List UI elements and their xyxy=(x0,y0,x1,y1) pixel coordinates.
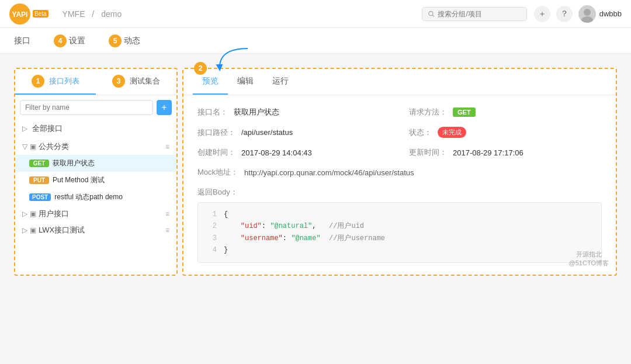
tab-api-list-label: 接口列表 xyxy=(49,77,79,85)
breadcrumb-org: YMFE xyxy=(63,9,85,19)
secondary-nav: 接口 4 设置 5 动态 xyxy=(0,28,631,54)
group-public-name: 公共分类 xyxy=(39,141,165,152)
created-row: 创建时间： 2017-08-29 14:04:43 xyxy=(197,147,390,158)
folder-open-icon: ▽ xyxy=(22,143,27,151)
search-box[interactable] xyxy=(422,7,527,21)
breadcrumb-project: demo xyxy=(101,9,122,19)
svg-point-2 xyxy=(429,11,433,15)
add-icon-button[interactable]: ＋ xyxy=(534,6,550,22)
logo-area[interactable]: YAPI Beta xyxy=(9,4,48,25)
code-comment-username: //用户username xyxy=(329,234,385,242)
annotation-2-container: 2 xyxy=(194,62,209,75)
sidebar-tabs: 1 接口列表 3 测试集合 xyxy=(15,69,176,95)
line-num-4: 4 xyxy=(203,244,217,256)
folder-icon: ▷ xyxy=(22,124,27,133)
top-navbar: YAPI Beta YMFE / demo ＋ ？ dwbbb xyxy=(0,0,631,28)
sidebar-group-lwx[interactable]: ▷ ▣ LWX接口测试 ≡ xyxy=(15,222,176,238)
sidebar-search-input[interactable] xyxy=(20,100,153,115)
tab-test-suite-label: 测试集合 xyxy=(130,77,160,85)
code-comment-uid: //用户uid xyxy=(329,222,364,230)
api-item-put-method[interactable]: PUT Put Method 测试 xyxy=(15,172,176,189)
api-name-post-restful: restful 动态path demo xyxy=(54,192,123,202)
created-value: 2017-08-29 14:04:43 xyxy=(241,148,312,157)
code-text-3: "username": "@name" //用户username xyxy=(224,233,385,244)
content-body: 接口名： 获取用户状态 请求方法： GET 接口路径： /api/user/st… xyxy=(183,95,616,275)
nav-api-label: 接口 xyxy=(14,36,30,46)
annotation-4: 4 xyxy=(54,34,67,47)
watermark: 开源指北 @51CTO博客 xyxy=(569,250,609,268)
main-layout: 1 接口列表 3 测试集合 + ▷ 全部接口 ▽ ▣ 公共 xyxy=(0,54,631,364)
status-label: 状态： xyxy=(409,127,432,138)
nav-item-settings[interactable]: 4 设置 xyxy=(51,28,88,54)
status-badge: 未完成 xyxy=(438,127,466,138)
annotation-2: 2 xyxy=(194,62,207,75)
watermark-line2: @51CTO博客 xyxy=(569,259,609,268)
folder-icon-2: ▣ xyxy=(30,143,36,151)
request-method-label: 请求方法： xyxy=(409,107,447,117)
request-method-row: 请求方法： GET xyxy=(409,107,602,117)
api-name-label: 接口名： xyxy=(197,107,228,117)
api-path-value: /api/user/status xyxy=(241,128,293,137)
svg-line-3 xyxy=(432,15,434,16)
line-num-1: 1 xyxy=(203,209,217,220)
method-get-badge: GET xyxy=(29,160,49,167)
annotation-5: 5 xyxy=(109,34,122,47)
request-method-value: GET xyxy=(453,108,476,117)
code-text-2: "uid": "@natural", //用户uid xyxy=(224,220,364,232)
tab-edit[interactable]: 编辑 xyxy=(228,69,263,95)
sidebar-all-apis[interactable]: ▷ 全部接口 xyxy=(15,120,176,137)
sidebar: 1 接口列表 3 测试集合 + ▷ 全部接口 ▽ ▣ 公共 xyxy=(14,68,178,276)
code-line-2: 2 "uid": "@natural", //用户uid xyxy=(198,220,601,232)
code-block: 1 { 2 "uid": "@natural", //用户uid 3 "user… xyxy=(197,202,602,263)
return-body-label: 返回Body： xyxy=(197,187,602,197)
group-menu-icon[interactable]: ≡ xyxy=(165,143,169,151)
code-line-4: 4 } xyxy=(198,244,601,256)
breadcrumb: YMFE / demo xyxy=(60,9,124,19)
svg-text:YAPI: YAPI xyxy=(12,10,28,18)
code-text-1: { xyxy=(224,209,228,220)
code-line-3: 3 "username": "@name" //用户username xyxy=(198,233,601,244)
content-area: 2 预览 编辑 运行 xyxy=(182,68,617,276)
method-post-badge: POST xyxy=(29,193,51,201)
folder-closed-icon-lwx: ▷ xyxy=(22,226,27,234)
all-interfaces-label: 全部接口 xyxy=(32,123,63,134)
nav-activity-label: 动态 xyxy=(124,36,140,46)
code-key-uid: "uid" xyxy=(241,222,262,230)
api-name-value: 获取用户状态 xyxy=(234,107,279,117)
updated-value: 2017-08-29 17:17:06 xyxy=(453,148,523,157)
nav-settings-label: 设置 xyxy=(69,36,85,46)
folder-closed-icon-user: ▷ xyxy=(22,210,27,218)
breadcrumb-separator: / xyxy=(92,9,94,19)
search-input[interactable] xyxy=(438,10,520,18)
sidebar-add-button[interactable]: + xyxy=(157,100,172,115)
sidebar-group-user-api[interactable]: ▷ ▣ 用户接口 ≡ xyxy=(15,206,176,222)
svg-point-5 xyxy=(584,9,591,16)
beta-badge: Beta xyxy=(33,10,48,18)
tab-run[interactable]: 运行 xyxy=(263,69,298,95)
annotation-3: 3 xyxy=(112,75,125,88)
api-path-row: 接口路径： /api/user/status xyxy=(197,127,390,138)
api-name-row: 接口名： 获取用户状态 xyxy=(197,107,390,117)
api-item-post-restful[interactable]: POST restful 动态path demo xyxy=(15,189,176,206)
nav-item-api[interactable]: 接口 xyxy=(12,28,33,54)
folder-icon-user: ▣ xyxy=(30,210,36,218)
group-public-header[interactable]: ▽ ▣ 公共分类 ≡ xyxy=(15,138,176,155)
tab-api-list[interactable]: 1 接口列表 xyxy=(15,69,96,95)
folder-icon-lwx: ▣ xyxy=(30,226,36,234)
code-val-username: "@name" xyxy=(291,234,320,242)
line-num-2: 2 xyxy=(203,220,217,232)
created-label: 创建时间： xyxy=(197,147,235,158)
line-num-3: 3 xyxy=(203,233,217,244)
group-user-menu-icon[interactable]: ≡ xyxy=(165,210,169,218)
updated-label: 更新时间： xyxy=(409,147,447,158)
api-item-get-user-status[interactable]: GET 获取用户状态 xyxy=(15,155,176,172)
nav-item-activity[interactable]: 5 动态 xyxy=(106,28,143,54)
username: dwbbb xyxy=(599,9,622,18)
navbar-icons: ＋ ？ dwbbb xyxy=(534,5,622,23)
tab-test-suite[interactable]: 3 测试集合 xyxy=(96,69,176,95)
group-lwx-menu-icon[interactable]: ≡ xyxy=(165,226,169,234)
user-avatar-area[interactable]: dwbbb xyxy=(578,5,622,23)
group-user-name: 用户接口 xyxy=(39,209,165,219)
help-icon-button[interactable]: ？ xyxy=(556,6,573,22)
sidebar-search-area: + xyxy=(20,100,172,115)
